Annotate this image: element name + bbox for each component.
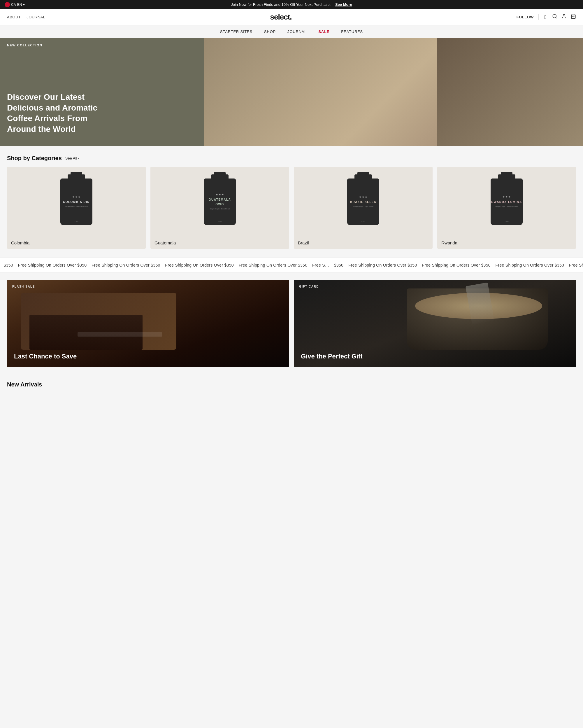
shipping-banner: $350 Free Shipping On Orders Over $350 F… [0,258,583,273]
flash-sale-tag: FLASH SALE [12,285,35,288]
coffee-bag-colombia: ★ ★ ★ COLOMBIA DIN Single Origin · Mediu… [60,179,92,225]
chevron-down-icon: ▾ [23,3,25,7]
promo-card-gift-card[interactable]: GIFT CARD Give the Perfect Gift [294,280,576,367]
cart-button[interactable] [571,14,576,20]
nav-starter-sites[interactable]: STARTER SITES [220,29,252,34]
nav-shop[interactable]: SHOP [264,29,276,34]
header-divider [538,14,539,20]
bag-label-brazil: ★ ★ ★ BRAZIL BELLA [350,196,377,205]
nav-features[interactable]: FEATURES [341,29,363,34]
nav-sale[interactable]: SALE [318,29,329,34]
bag-weight-guatemala: 250g [218,220,222,222]
hero-banner: NEW COLLECTION Discover Our Latest Delic… [0,38,583,146]
bag-desc-colombia: Single Origin · Medium Roast [63,205,90,208]
coffee-bag-brazil: ★ ★ ★ BRAZIL BELLA Single Origin · Light… [347,179,379,225]
category-img-rwanda: ★ ★ ★ RWANDA LUMINA Single Origin · Medi… [437,167,576,237]
category-name-rwanda: Rwanda [437,237,576,249]
hero-headline: Discover Our Latest Delicious and Aromat… [7,92,106,134]
category-img-brazil: ★ ★ ★ BRAZIL BELLA Single Origin · Light… [294,167,433,237]
hero-text: Discover Our Latest Delicious and Aromat… [7,92,106,134]
new-arrivals-title: New Arrivals [7,381,576,388]
category-card-colombia[interactable]: ★ ★ ★ COLOMBIA DIN Single Origin · Mediu… [7,167,146,249]
language-label[interactable]: EN [17,3,22,7]
categories-grid: ★ ★ ★ COLOMBIA DIN Single Origin · Mediu… [7,167,576,249]
category-name-colombia: Colombia [7,237,146,249]
coffee-bag-guatemala: ★ ★ ★ GUATEMALA OWO Single Origin · Dark… [204,179,236,225]
svg-point-0 [553,14,556,18]
gift-card-tag: GIFT CARD [299,285,319,288]
svg-point-2 [563,14,565,16]
bag-weight-rwanda: 250g [505,220,508,222]
categories-section: Shop by Categories See All › ★ ★ ★ COLOM… [0,146,583,258]
nav-journal[interactable]: JOURNAL [287,29,307,34]
search-button[interactable] [552,14,557,20]
announcement-text: Join Now for Fresh Finds and 10% Off You… [231,2,331,7]
bag-desc-rwanda: Single Origin · Medium Roast [493,205,520,208]
locale-selector[interactable]: CA EN ▾ [5,2,25,7]
bag-label-colombia: ★ ★ ★ COLOMBIA DIN [63,196,90,205]
follow-button[interactable]: FOLLOW [517,15,534,19]
flag-icon [5,2,10,7]
bag-weight-brazil: 250g [361,220,365,222]
secondary-nav: STARTER SITES SHOP JOURNAL SALE FEATURES [0,25,583,38]
bag-desc-guatemala: Single Origin · Dark Roast [207,208,232,211]
categories-header: Shop by Categories See All › [7,155,576,162]
promo-section: FLASH SALE Last Chance to Save GIFT CARD… [0,273,583,374]
bag-label-rwanda: ★ ★ ★ RWANDA LUMINA [491,196,522,205]
see-more-link[interactable]: See More [335,2,352,7]
hero-figure-2 [437,38,583,146]
announcement-bar: CA EN ▾ Join Now for Fresh Finds and 10%… [0,0,583,9]
country-label[interactable]: CA [11,3,16,7]
bag-desc-brazil: Single Origin · Light Roast [351,205,376,208]
header-right: FOLLOW ☾ [517,14,576,20]
category-img-colombia: ★ ★ ★ COLOMBIA DIN Single Origin · Mediu… [7,167,146,237]
see-all-text: See All [65,156,77,160]
category-card-brazil[interactable]: ★ ★ ★ BRAZIL BELLA Single Origin · Light… [294,167,433,249]
main-header: ABOUT JOURNAL select. FOLLOW ☾ [0,9,583,25]
nav-journal-left[interactable]: JOURNAL [27,15,45,19]
promo-card-flash-sale[interactable]: FLASH SALE Last Chance to Save [7,280,289,367]
coffee-bag-rwanda: ★ ★ ★ RWANDA LUMINA Single Origin · Medi… [491,179,523,225]
bag-label-guatemala: ★ ★ ★ GUATEMALA OWO [204,193,236,207]
svg-line-1 [556,17,556,18]
header-icons: ☾ [543,14,576,20]
gift-card-title: Give the Perfect Gift [301,353,363,360]
flash-sale-title: Last Chance to Save [14,353,77,360]
nav-about[interactable]: ABOUT [7,15,21,19]
site-logo[interactable]: select. [270,12,292,22]
dark-mode-toggle[interactable]: ☾ [543,14,548,20]
category-name-guatemala: Guatemala [150,237,289,249]
header-left-nav: ABOUT JOURNAL [7,15,45,19]
see-all-link[interactable]: See All › [65,156,79,160]
category-card-guatemala[interactable]: ★ ★ ★ GUATEMALA OWO Single Origin · Dark… [150,167,289,249]
chevron-right-icon: › [78,156,79,160]
new-arrivals-section: New Arrivals [0,374,583,391]
hero-badge: NEW COLLECTION [7,44,42,47]
categories-title: Shop by Categories [7,155,62,162]
account-button[interactable] [561,14,567,20]
category-card-rwanda[interactable]: ★ ★ ★ RWANDA LUMINA Single Origin · Medi… [437,167,576,249]
category-img-guatemala: ★ ★ ★ GUATEMALA OWO Single Origin · Dark… [150,167,289,237]
category-name-brazil: Brazil [294,237,433,249]
bag-weight-colombia: 250g [74,220,78,222]
shipping-text: $350 Free Shipping On Orders Over $350 F… [0,263,583,267]
